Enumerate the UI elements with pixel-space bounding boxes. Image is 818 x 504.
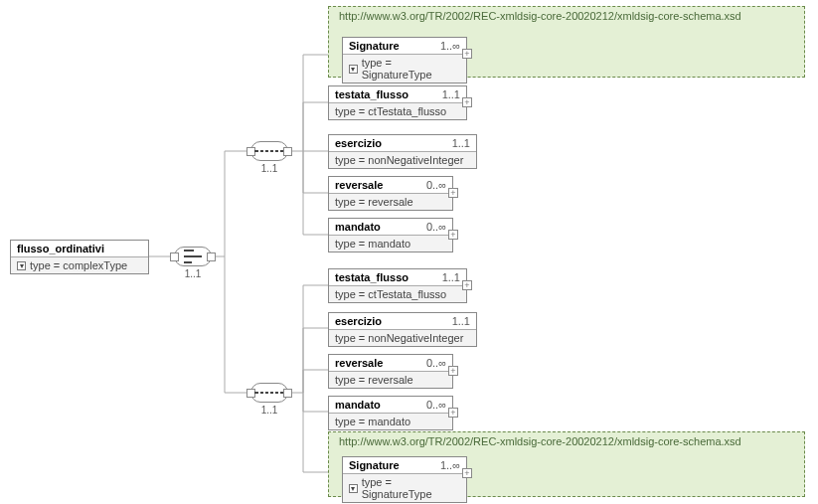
expand-icon[interactable]: +	[448, 408, 458, 418]
element-type: type = SignatureType	[362, 57, 460, 81]
element-name: esercizio	[335, 137, 382, 149]
element-mandato-1[interactable]: mandato 0..∞ type = mandato	[328, 218, 453, 252]
sequence-2-occurrence: 1..1	[249, 405, 289, 416]
sequence-1-occurrence: 1..1	[249, 163, 289, 174]
element-esercizio-2[interactable]: esercizio 1..1 type = nonNegativeInteger	[328, 312, 477, 347]
element-name: testata_flusso	[335, 271, 409, 283]
element-name: Signature	[349, 40, 400, 52]
element-occurrence: 1..∞	[440, 459, 460, 471]
element-occurrence: 1..1	[442, 88, 460, 100]
element-occurrence: 0..∞	[426, 357, 446, 369]
element-type: type = mandato	[335, 416, 410, 427]
element-occurrence: 1..1	[452, 137, 470, 149]
element-occurrence: 0..∞	[426, 179, 446, 191]
expand-icon[interactable]: +	[462, 97, 472, 107]
element-type: type = nonNegativeInteger	[335, 154, 463, 166]
choice-compositor[interactable]	[174, 247, 212, 266]
element-testata-2[interactable]: testata_flusso 1..1 type = ctTestata_flu…	[328, 268, 467, 303]
element-name: reversale	[335, 179, 383, 191]
element-flusso-ordinativi[interactable]: flusso_ordinativi ▾ type = complexType	[10, 240, 149, 274]
element-name: flusso_ordinativi	[17, 243, 104, 254]
element-occurrence: 0..∞	[426, 399, 446, 411]
choice-occurrence: 1..1	[173, 268, 213, 279]
element-signature-2[interactable]: Signature 1..∞ ▾ type = SignatureType	[342, 456, 467, 503]
element-type: type = complexType	[30, 259, 127, 271]
toggle-icon[interactable]	[207, 252, 216, 261]
collapse-icon[interactable]: ▾	[349, 65, 358, 74]
sequence-icon	[258, 149, 280, 153]
element-occurrence: 1..1	[452, 315, 470, 327]
element-testata-1[interactable]: testata_flusso 1..1 type = ctTestata_flu…	[328, 85, 467, 120]
element-name: esercizio	[335, 315, 382, 327]
element-name: reversale	[335, 357, 383, 369]
element-type: type = mandato	[335, 238, 410, 250]
element-type: type = SignatureType	[362, 476, 460, 500]
element-reversale-2[interactable]: reversale 0..∞ type = reversale	[328, 354, 453, 389]
element-reversale-1[interactable]: reversale 0..∞ type = reversale	[328, 176, 453, 211]
element-name: Signature	[349, 459, 400, 471]
element-type: type = reversale	[335, 196, 413, 208]
collapse-icon[interactable]: ▾	[17, 261, 26, 270]
toggle-icon[interactable]	[283, 389, 292, 398]
element-occurrence: 0..∞	[426, 221, 446, 233]
element-name: mandato	[335, 221, 381, 233]
element-esercizio-1[interactable]: esercizio 1..1 type = nonNegativeInteger	[328, 134, 477, 169]
expand-icon[interactable]: +	[448, 188, 458, 198]
sequence-compositor-2[interactable]	[250, 383, 288, 403]
import-url: http://www.w3.org/TR/2002/REC-xmldsig-co…	[329, 7, 804, 25]
expand-icon[interactable]: +	[462, 280, 472, 290]
expand-icon[interactable]: +	[448, 366, 458, 376]
element-name: testata_flusso	[335, 88, 409, 100]
toggle-icon[interactable]	[170, 252, 179, 261]
element-type: type = ctTestata_flusso	[335, 288, 446, 300]
choice-icon	[181, 250, 205, 263]
element-signature-1[interactable]: Signature 1..∞ ▾ type = SignatureType	[342, 37, 467, 84]
expand-icon[interactable]: +	[462, 468, 472, 478]
element-type: type = ctTestata_flusso	[335, 105, 446, 117]
import-url: http://www.w3.org/TR/2002/REC-xmldsig-co…	[329, 432, 804, 450]
element-mandato-2[interactable]: mandato 0..∞ type = mandato	[328, 396, 453, 430]
element-type: type = nonNegativeInteger	[335, 332, 463, 344]
element-occurrence: 1..∞	[440, 40, 460, 52]
sequence-compositor-1[interactable]	[250, 141, 288, 161]
collapse-icon[interactable]: ▾	[349, 484, 358, 493]
element-name: mandato	[335, 399, 381, 411]
expand-icon[interactable]: +	[462, 49, 472, 59]
element-type: type = reversale	[335, 374, 413, 386]
element-occurrence: 1..1	[442, 271, 460, 283]
sequence-icon	[258, 391, 280, 395]
expand-icon[interactable]: +	[448, 230, 458, 240]
toggle-icon[interactable]	[283, 147, 292, 156]
